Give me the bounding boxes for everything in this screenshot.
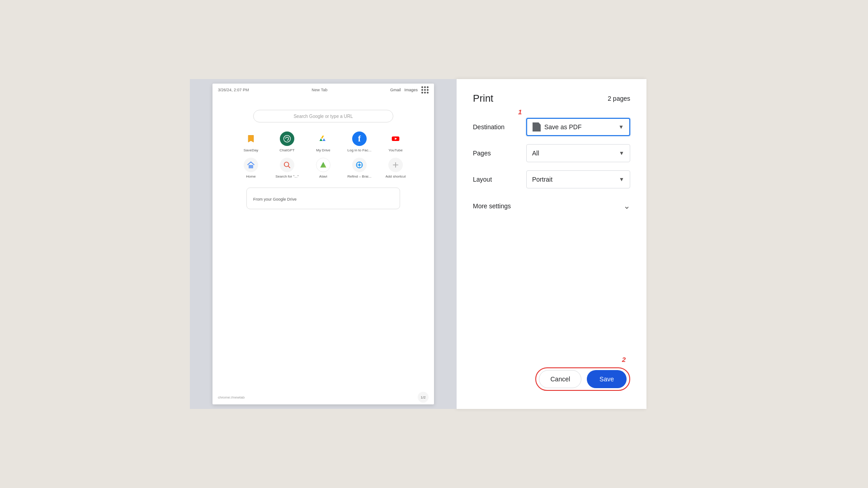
pages-label: Pages <box>473 150 518 157</box>
svg-line-5 <box>288 166 290 168</box>
svg-point-4 <box>284 162 289 167</box>
search-placeholder: Search Google or type a URL <box>293 114 353 119</box>
youtube-label: YouTube <box>388 148 402 152</box>
shortcut-youtube[interactable]: YouTube <box>382 131 409 152</box>
mydrive-label: My Drive <box>316 148 330 152</box>
apps-icon[interactable] <box>421 86 429 94</box>
shortcuts-row-1: SaveDay ChatGPT <box>237 131 409 152</box>
refind-icon <box>352 158 367 172</box>
saveday-label: SaveDay <box>244 148 258 152</box>
shortcut-chatgpt[interactable]: ChatGPT <box>274 131 301 152</box>
youtube-icon <box>388 131 403 146</box>
svg-point-8 <box>359 164 361 166</box>
add-shortcut-icon <box>388 158 403 172</box>
pdf-icon <box>533 122 541 131</box>
browser-topbar: 3/26/24, 2:07 PM New Tab Gmail Images <box>212 84 434 96</box>
print-panel: Print 2 pages Destination 1 Save as PDF … <box>457 79 646 409</box>
shortcut-atavi[interactable]: Atavi <box>310 158 337 178</box>
layout-arrow: ▼ <box>619 176 624 183</box>
more-settings-label: More settings <box>473 202 511 210</box>
facebook-icon: f <box>352 131 367 146</box>
refind-label: Refind – Brai... <box>348 174 372 178</box>
shortcuts-row-2: Home Search for "..." <box>237 158 409 178</box>
search-for-icon <box>280 158 294 172</box>
layout-value: Portrait <box>532 176 552 183</box>
pages-select[interactable]: All ▼ <box>526 144 630 162</box>
save-area: 2 Cancel Save <box>535 367 630 391</box>
timestamp: 3/26/24, 2:07 PM <box>218 88 249 92</box>
images-link[interactable]: Images <box>404 88 418 92</box>
google-drive-label: From your Google Drive <box>253 197 297 202</box>
search-for-label: Search for "..." <box>275 174 298 178</box>
destination-label: Destination <box>473 123 518 131</box>
shortcut-facebook[interactable]: f Log in to Fac... <box>346 131 373 152</box>
layout-row: Layout Portrait ▼ <box>473 170 630 188</box>
destination-select-content: Save as PDF <box>533 122 618 131</box>
chatgpt-icon <box>280 131 294 146</box>
destination-value: Save as PDF <box>544 123 581 131</box>
destination-select[interactable]: Save as PDF ▼ <box>526 118 630 136</box>
saveday-icon <box>244 131 258 146</box>
home-icon <box>244 158 258 172</box>
google-drive-section: From your Google Drive <box>246 188 400 209</box>
footer-url: chrome://newtab <box>218 395 245 399</box>
destination-row: Destination 1 Save as PDF ▼ <box>473 118 630 136</box>
atavi-label: Atavi <box>319 174 327 178</box>
save-box-highlight: Cancel Save <box>535 367 630 391</box>
topbar-right: Gmail Images <box>390 86 429 94</box>
browser-footer: chrome://newtab 1/2 <box>212 390 434 404</box>
more-settings[interactable]: More settings ⌄ <box>473 201 630 211</box>
destination-arrow: ▼ <box>618 124 624 130</box>
pages-row: Pages All ▼ <box>473 144 630 162</box>
shortcut-saveday[interactable]: SaveDay <box>237 131 264 152</box>
home-label: Home <box>246 174 255 178</box>
pages-arrow: ▼ <box>619 150 624 156</box>
shortcut-mydrive[interactable]: My Drive <box>310 131 337 152</box>
search-bar[interactable]: Search Google or type a URL <box>253 110 393 122</box>
gmail-link[interactable]: Gmail <box>390 88 401 92</box>
more-settings-chevron: ⌄ <box>623 201 630 211</box>
shortcut-search[interactable]: Search for "..." <box>274 158 301 178</box>
svg-point-0 <box>284 136 291 142</box>
atavi-icon <box>316 158 330 172</box>
layout-select[interactable]: Portrait ▼ <box>526 170 630 188</box>
shortcut-add[interactable]: Add shortcut <box>382 158 409 178</box>
print-header: Print 2 pages <box>473 93 630 104</box>
facebook-label: Log in to Fac... <box>348 148 372 152</box>
print-title: Print <box>473 93 493 104</box>
shortcut-home[interactable]: Home <box>237 158 264 178</box>
browser-page: 3/26/24, 2:07 PM New Tab Gmail Images Se… <box>212 84 434 404</box>
pages-value: All <box>532 150 539 157</box>
mydrive-icon <box>316 131 330 146</box>
print-actions: 2 Cancel Save <box>473 367 630 395</box>
svg-rect-3 <box>249 165 253 169</box>
annotation-2: 2 <box>622 356 626 363</box>
save-button[interactable]: Save <box>587 370 627 388</box>
chatgpt-label: ChatGPT <box>279 148 294 152</box>
svg-marker-6 <box>320 162 326 168</box>
browser-preview: 3/26/24, 2:07 PM New Tab Gmail Images Se… <box>190 79 457 409</box>
shortcuts-grid: SaveDay ChatGPT <box>222 131 425 178</box>
page-indicator: 1/2 <box>418 392 429 403</box>
annotation-1: 1 <box>518 108 522 116</box>
layout-label: Layout <box>473 176 518 183</box>
cancel-button[interactable]: Cancel <box>539 370 581 388</box>
add-shortcut-label: Add shortcut <box>386 174 406 178</box>
browser-content: Search Google or type a URL SaveDay <box>212 96 434 390</box>
print-pages: 2 pages <box>608 95 630 102</box>
tab-title: New Tab <box>311 88 327 92</box>
shortcut-refind[interactable]: Refind – Brai... <box>346 158 373 178</box>
